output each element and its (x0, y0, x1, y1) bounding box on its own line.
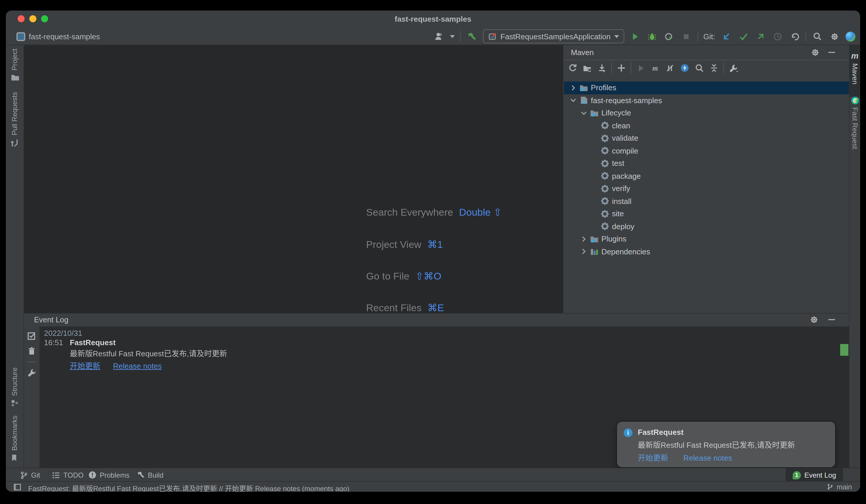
tab-build[interactable]: Build (136, 468, 163, 482)
chevron-right-icon[interactable] (579, 234, 588, 244)
update-link[interactable]: 开始更新 (70, 362, 100, 370)
structure-tab-label: Structure (11, 367, 19, 396)
tree-row-profiles[interactable]: Profiles (564, 81, 849, 94)
tree-row-lifecycle[interactable]: Lifecycle (564, 107, 849, 119)
clear-all-icon[interactable] (27, 346, 36, 356)
toolbar-separator (806, 31, 806, 42)
notification-balloon[interactable]: i FastRequest 最新版Restful Fast Request已发布… (617, 422, 835, 467)
collapse-all-icon[interactable] (709, 63, 719, 73)
tree-row-label: Lifecycle (601, 109, 631, 117)
tree-row-install[interactable]: install (564, 195, 849, 207)
sidebar-item-project[interactable]: Project (6, 49, 23, 82)
sidebar-item-bookmarks[interactable]: Bookmarks (6, 415, 23, 462)
git-branch-widget[interactable]: main (827, 483, 852, 491)
tree-row-plugins[interactable]: Plugins (564, 233, 849, 245)
status-message[interactable]: FastRequest: 最新版Restful Fast Request已发布,… (28, 483, 349, 492)
sidebar-item-maven[interactable]: m Maven (850, 45, 860, 97)
build-hammer-icon (136, 471, 145, 479)
add-icon[interactable] (616, 63, 626, 73)
minimize-icon[interactable] (827, 315, 836, 324)
goal-gear-icon (600, 171, 610, 181)
tree-row-clean[interactable]: clean (564, 119, 849, 132)
info-icon: i (624, 428, 632, 437)
reimport-folder-icon[interactable] (582, 63, 592, 73)
release-notes-link[interactable]: Release notes (683, 454, 732, 462)
git-branch-icon (20, 471, 28, 479)
tree-row-fast-request-samples[interactable]: mfast-request-samples (564, 94, 849, 107)
gear-icon[interactable] (811, 48, 820, 57)
shortcut-hint-row: Search EverywhereDouble ⇧ (366, 206, 502, 219)
problems-icon (88, 471, 97, 479)
tree-row-validate[interactable]: validate (564, 132, 849, 145)
download-sources-icon[interactable] (597, 63, 607, 73)
project-selector[interactable]: fast-request-samples (16, 30, 100, 43)
notification-message: 最新版Restful Fast Request已发布,请及时更新 (638, 439, 795, 450)
editor-area[interactable]: Search EverywhereDouble ⇧Project View⌘1G… (24, 45, 563, 313)
refresh-icon[interactable] (567, 63, 578, 73)
shortcut-label: Go to File (366, 271, 409, 282)
tab-event-log[interactable]: 1 Event Log (786, 468, 843, 482)
sidebar-item-structure[interactable]: Structure (6, 367, 23, 408)
execute-goal-icon[interactable]: m (650, 63, 660, 73)
run-configuration-select[interactable]: FastRequestSamplesApplication (483, 29, 624, 43)
git-commit-button[interactable] (737, 31, 749, 42)
search-everywhere-button[interactable] (811, 31, 823, 42)
shortcut-keys: ⌘1 (427, 239, 443, 250)
run-disabled-icon[interactable] (635, 63, 646, 73)
user-account-icon[interactable] (433, 31, 445, 42)
chevron-down-icon[interactable] (568, 96, 578, 105)
scrollbar-marker[interactable] (840, 344, 848, 356)
event-log-settings-icon[interactable] (27, 368, 36, 377)
tree-row-test[interactable]: test (564, 157, 849, 170)
goal-gear-icon (600, 197, 610, 206)
tab-problems[interactable]: Problems (88, 468, 129, 482)
goal-gear-icon (600, 146, 610, 156)
tree-row-label: validate (612, 134, 639, 143)
run-button[interactable] (630, 31, 641, 42)
minimize-icon[interactable] (827, 48, 836, 57)
rollback-button[interactable] (789, 31, 800, 42)
maven-header: Maven (564, 45, 849, 60)
sidebar-item-pull-requests[interactable]: Pull Requests (6, 92, 23, 148)
sidebar-item-fast-request[interactable]: Fast Request (850, 97, 860, 149)
tool-windows-toggle-icon[interactable] (13, 483, 22, 492)
git-update-button[interactable] (721, 31, 732, 42)
tree-row-label: verify (612, 184, 630, 193)
tree-row-dependencies[interactable]: Dependencies (564, 245, 849, 258)
gear-icon[interactable] (810, 315, 819, 324)
update-link[interactable]: 开始更新 (638, 454, 668, 462)
chevron-down-icon[interactable] (579, 108, 588, 118)
settings-gear-button[interactable] (829, 31, 840, 42)
tree-row-label: install (612, 197, 632, 206)
git-push-button[interactable] (755, 31, 766, 42)
tab-todo[interactable]: TODO (52, 468, 84, 482)
release-notes-link[interactable]: Release notes (113, 362, 162, 370)
event-links: 开始更新 Release notes (70, 360, 173, 371)
gradle-sphere-icon[interactable] (845, 31, 855, 41)
tab-git[interactable]: Git (20, 468, 40, 482)
event-time: 16:51 (44, 338, 63, 347)
settings-wrench-icon[interactable] (728, 63, 739, 73)
tree-row-package[interactable]: package (564, 170, 849, 182)
history-icon (771, 31, 783, 42)
tree-row-deploy[interactable]: deploy (564, 220, 849, 233)
build-project-button[interactable] (466, 31, 478, 42)
goal-gear-icon (600, 159, 610, 168)
mark-all-read-icon[interactable] (27, 331, 36, 341)
tree-row-label: site (612, 209, 624, 218)
toolbar-separator (698, 31, 698, 42)
event-date: 2022/10/31 (44, 329, 82, 337)
chevron-right-icon[interactable] (579, 247, 588, 256)
tree-row-verify[interactable]: verify (564, 182, 849, 195)
tree-row-compile[interactable]: compile (564, 145, 849, 157)
bookmarks-tab-label: Bookmarks (11, 415, 19, 451)
run-with-coverage-button[interactable] (664, 31, 675, 42)
tree-row-label: clean (612, 121, 630, 130)
project-tab-label: Project (11, 49, 19, 71)
tree-row-site[interactable]: site (564, 207, 849, 220)
skip-tests-icon[interactable] (679, 63, 690, 73)
offline-mode-icon[interactable] (665, 63, 675, 73)
debug-button[interactable] (646, 31, 658, 42)
search-icon[interactable] (694, 63, 704, 73)
chevron-right-icon[interactable] (568, 83, 578, 93)
